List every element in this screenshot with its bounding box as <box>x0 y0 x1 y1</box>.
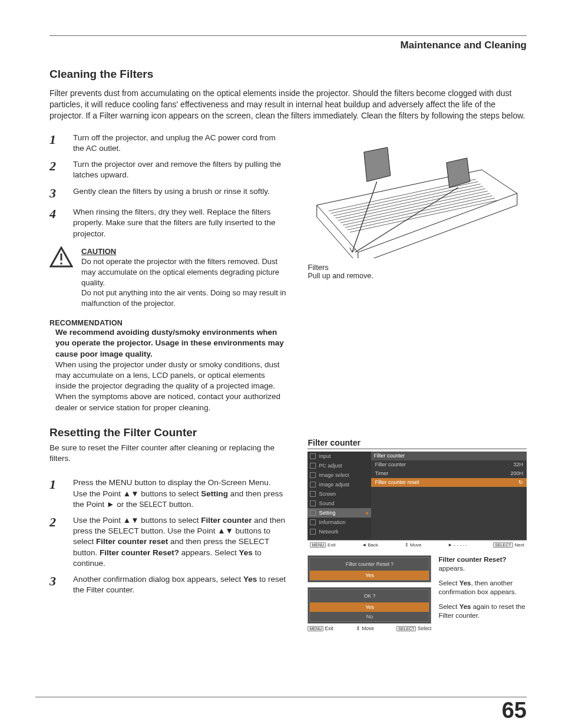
menu-icon <box>310 529 316 535</box>
projector-filters-illustration <box>308 134 527 258</box>
step-text: Another confirmation dialog box appears,… <box>73 572 286 595</box>
confirm-option-yes: Yes <box>310 571 429 580</box>
footer-divider <box>35 697 527 697</box>
menu-icon <box>310 463 316 469</box>
recommendation-body: When using the projector under dusty or … <box>49 360 286 413</box>
recommendation-bold: We recommend avoiding dusty/smoky enviro… <box>49 327 286 360</box>
menu-item: Image select <box>319 472 349 478</box>
reset-subtitle: Be sure to reset the Filter counter afte… <box>49 443 286 464</box>
step-text: When rinsing the filters, dry they well.… <box>73 205 286 239</box>
step-3: 3 Gently clean the filters by using a br… <box>49 185 286 202</box>
menu-item: Image adjust <box>319 482 349 487</box>
menu-item: Screen <box>319 491 336 497</box>
step-text: Use the Point ▲▼ buttons to select Filte… <box>73 513 286 569</box>
intro-paragraph: Filter prevents dust from accumulating o… <box>49 88 527 121</box>
menu-item: PC adjust <box>319 463 342 469</box>
step-number: 3 <box>49 185 62 202</box>
confirm-dialog-1: Filter counter Reset ? Yes <box>308 555 431 582</box>
confirm-dialog-2: OK ? Yes No <box>308 587 431 624</box>
menu-icon <box>310 453 316 459</box>
menu-icon <box>310 472 316 478</box>
osd-footer: MENUExit ◄ Back ⇕ Move ► - - - - - SELEC… <box>308 540 527 549</box>
osd-menu-screenshot: Input PC adjust Image select Image adjus… <box>308 452 527 540</box>
step-number: 4 <box>49 205 62 239</box>
panel-label: Filter counter <box>375 462 406 467</box>
confirm-footer: MENU Exit ⇕ Move SELECT Select <box>308 624 431 631</box>
select-key-icon: SELECT <box>396 626 416 631</box>
caution-text-2: Do not put anything into the air vents. … <box>81 288 286 308</box>
panel-row-selected: Filter counter reset <box>375 479 419 485</box>
warning-triangle-icon <box>49 246 73 308</box>
chevron-left-icon: ◄ <box>364 510 369 516</box>
step-number: 3 <box>49 572 62 595</box>
panel-value: 32H <box>513 462 523 467</box>
page-number: 65 <box>502 698 527 723</box>
confirm-text: OK ? <box>310 589 429 602</box>
step-2: 2 Turn the projector over and remove the… <box>49 157 286 180</box>
menu-item: Network <box>319 529 338 535</box>
step-number: 2 <box>49 157 62 180</box>
recommendation-title: RECOMMENDATION <box>49 319 286 327</box>
side-explanation: Filter counter Reset? appears. Select Ye… <box>438 555 527 631</box>
step-text: Turn off the projector, and unplug the A… <box>73 131 286 154</box>
step-1: 1 Turn off the projector, and unplug the… <box>49 131 286 154</box>
heading-cleaning-filters: Cleaning the Filters <box>49 68 527 81</box>
reset-step-2: 2 Use the Point ▲▼ buttons to select Fil… <box>49 513 286 569</box>
confirm-option-yes: Yes <box>310 602 429 612</box>
step-text: Turn the projector over and remove the f… <box>73 157 286 180</box>
confirm-text: Filter counter Reset ? <box>310 558 429 571</box>
filter-counter-heading: Filter counter <box>308 438 527 449</box>
menu-icon <box>310 510 316 516</box>
reset-step-1: 1 Press the MENU button to display the O… <box>49 476 286 510</box>
select-key-icon: SELECT <box>493 542 513 548</box>
illustration-caption-filters: Filters <box>308 263 527 272</box>
menu-item: Information <box>319 519 345 525</box>
reset-icon: ↻ <box>518 479 523 485</box>
menu-item-selected: Setting <box>319 510 335 516</box>
menu-icon <box>310 519 316 525</box>
menu-item: Input <box>319 453 330 459</box>
heading-reset-counter: Resetting the Filter Counter <box>49 426 286 439</box>
menu-icon <box>310 500 316 506</box>
menu-key-icon: MENU <box>310 542 326 548</box>
confirm-option-no: No <box>310 612 429 621</box>
reset-step-3: 3 Another confirmation dialog box appear… <box>49 572 286 595</box>
menu-key-icon: MENU <box>308 626 323 631</box>
section-header: Maintenance and Cleaning <box>49 39 527 51</box>
caution-title: CAUTION <box>81 246 286 257</box>
step-number: 2 <box>49 513 62 569</box>
step-4: 4 When rinsing the filters, dry they wel… <box>49 205 286 239</box>
menu-icon <box>310 491 316 497</box>
menu-item: Sound <box>319 500 334 506</box>
caution-block: CAUTION Do not operate the projector wit… <box>49 246 286 308</box>
caution-text-1: Do not operate the projector with the fi… <box>81 256 286 288</box>
panel-label: Timer <box>375 470 388 476</box>
step-text: Gently clean the filters by using a brus… <box>73 185 286 202</box>
panel-header: Filter counter <box>371 452 527 460</box>
illustration-caption-pull: Pull up and remove. <box>308 272 527 280</box>
step-number: 1 <box>49 476 62 510</box>
panel-value: 200H <box>510 470 523 476</box>
step-text: Press the MENU button to display the On-… <box>73 476 286 510</box>
menu-icon <box>310 482 316 487</box>
svg-point-1 <box>60 262 62 265</box>
step-number: 1 <box>49 131 62 154</box>
